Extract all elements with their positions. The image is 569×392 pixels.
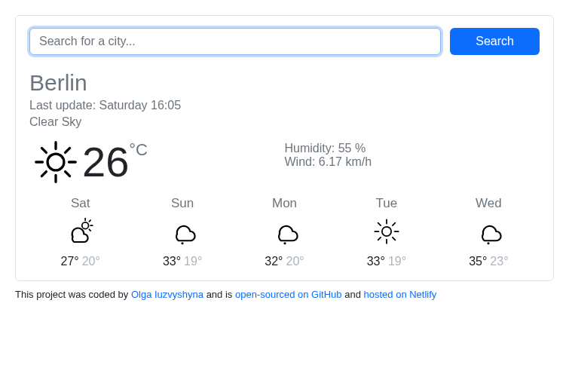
- svg-line-22: [393, 237, 396, 240]
- weather-description: Clear Sky: [29, 114, 540, 130]
- forecast: Sat27°20°Sun33°19°Mon32°20°Tue33°19°Wed3…: [29, 196, 540, 268]
- forecast-temps: 35°23°: [438, 255, 540, 268]
- forecast-hi: 27°: [61, 255, 79, 268]
- forecast-lo: 23°: [490, 255, 508, 268]
- svg-line-23: [393, 222, 396, 225]
- rain-icon: [269, 216, 301, 247]
- forecast-day-label: Tue: [335, 196, 437, 211]
- rain-icon: [473, 216, 504, 247]
- city-name: Berlin: [29, 70, 540, 96]
- forecast-day-label: Sat: [29, 196, 131, 211]
- svg-point-15: [283, 242, 286, 244]
- current-row: 26 °C Humidity: 55 % Wind: 6.17 km/h: [29, 136, 540, 188]
- search-button[interactable]: Search: [450, 28, 540, 55]
- wind: Wind: 6.17 km/h: [285, 155, 540, 169]
- forecast-day: Tue33°19°: [335, 196, 437, 268]
- rain-icon: [167, 216, 198, 247]
- forecast-day-label: Mon: [234, 196, 335, 211]
- current-details: Humidity: 55 % Wind: 6.17 km/h: [285, 136, 540, 188]
- forecast-day-label: Sun: [131, 196, 233, 211]
- current-left: 26 °C: [29, 136, 285, 188]
- forecast-hi: 33°: [163, 255, 181, 268]
- forecast-day-label: Wed: [438, 196, 540, 211]
- forecast-hi: 32°: [265, 255, 283, 268]
- svg-line-8: [41, 171, 46, 176]
- forecast-temps: 32°20°: [234, 255, 335, 268]
- svg-line-24: [378, 237, 381, 240]
- partly-cloudy-icon: [65, 216, 96, 247]
- author-link[interactable]: Olga Iuzvyshyna: [131, 289, 203, 300]
- forecast-temps: 27°20°: [29, 255, 131, 268]
- netlify-link[interactable]: hosted on Netlify: [364, 289, 437, 300]
- svg-point-25: [488, 242, 490, 244]
- github-link[interactable]: open-sourced on GitHub: [235, 289, 342, 300]
- weather-card: Search Berlin Last update: Saturday 16:0…: [15, 15, 554, 281]
- footer-mid2: and: [342, 289, 364, 300]
- footer-prefix: This project was coded by: [15, 289, 131, 300]
- forecast-lo: 19°: [184, 255, 202, 268]
- footer-mid1: and is: [203, 289, 235, 300]
- forecast-lo: 20°: [82, 255, 100, 268]
- sun-icon: [371, 216, 402, 247]
- svg-point-16: [382, 227, 391, 236]
- forecast-hi: 33°: [367, 255, 385, 268]
- humidity-value: 55 %: [338, 142, 366, 155]
- search-input[interactable]: [29, 28, 441, 55]
- forecast-day: Sat27°20°: [29, 196, 131, 268]
- sun-icon: [29, 136, 82, 188]
- svg-line-5: [41, 148, 46, 152]
- svg-line-12: [89, 220, 90, 222]
- svg-point-0: [47, 154, 64, 170]
- forecast-hi: 35°: [469, 255, 487, 268]
- forecast-lo: 20°: [286, 255, 304, 268]
- wind-label: Wind:: [285, 155, 316, 168]
- temperature-unit: °C: [129, 140, 148, 160]
- forecast-lo: 19°: [388, 255, 406, 268]
- svg-line-21: [378, 222, 381, 225]
- svg-line-13: [89, 229, 90, 231]
- last-update: Last update: Saturday 16:05: [29, 97, 540, 114]
- svg-point-14: [182, 242, 184, 244]
- svg-line-6: [66, 171, 70, 176]
- temperature: 26: [82, 141, 129, 183]
- wind-value: 6.17 km/h: [319, 155, 372, 168]
- last-update-value: Saturday 16:05: [99, 99, 182, 112]
- search-row: Search: [29, 28, 540, 55]
- footer: This project was coded by Olga Iuzvyshyn…: [15, 289, 554, 300]
- svg-point-9: [81, 222, 88, 229]
- forecast-temps: 33°19°: [335, 255, 437, 268]
- humidity-label: Humidity:: [285, 142, 335, 155]
- forecast-temps: 33°19°: [131, 255, 233, 268]
- forecast-day: Wed35°23°: [438, 196, 540, 268]
- last-update-label: Last update:: [29, 99, 96, 112]
- humidity: Humidity: 55 %: [285, 142, 540, 155]
- svg-line-7: [66, 148, 70, 152]
- forecast-day: Mon32°20°: [234, 196, 335, 268]
- forecast-day: Sun33°19°: [131, 196, 233, 268]
